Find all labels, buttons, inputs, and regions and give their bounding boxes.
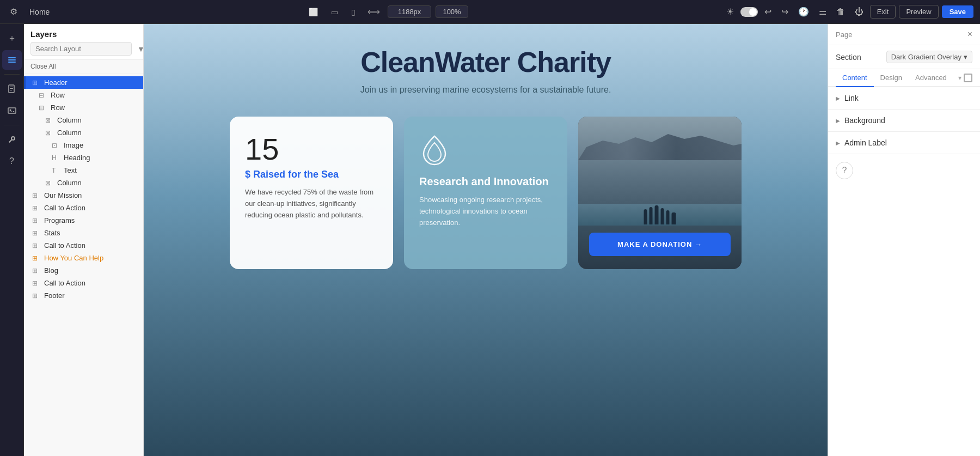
layer-item-row2[interactable]: ⊟ Row xyxy=(24,101,143,114)
card-text: We have recycled 75% of the waste from o… xyxy=(245,187,378,221)
photo-card[interactable]: MAKE A DONATION → xyxy=(578,117,742,269)
arrow-icon2: ▶ xyxy=(836,118,840,124)
layer-item-our-mission[interactable]: ⊞ Our Mission xyxy=(24,189,143,202)
add-element-btn[interactable]: ＋ xyxy=(2,28,22,48)
stats-card[interactable]: 15 $ Raised for the Sea We have recycled… xyxy=(230,117,393,269)
settings-icon[interactable]: ⚙ xyxy=(7,4,21,19)
search-row: ▼ xyxy=(30,42,137,56)
section-value[interactable]: Dark Gradient Overlay ▾ xyxy=(886,51,972,63)
tab-advanced[interactable]: Advanced xyxy=(909,69,953,87)
sidebar-divider xyxy=(4,74,20,75)
save-button[interactable]: Save xyxy=(942,5,973,18)
icon-sidebar: ＋ ? xyxy=(0,24,24,456)
media-btn[interactable] xyxy=(2,101,22,120)
theme-toggle[interactable] xyxy=(740,7,758,17)
layer-item-how-you-help[interactable]: ⊞ How You Can Help xyxy=(24,252,143,264)
layer-item-heading[interactable]: H Heading xyxy=(24,151,143,164)
zoom-input[interactable] xyxy=(436,5,468,18)
main-layout: ＋ ? Layers ▼ Close All ⊞ xyxy=(0,24,980,456)
close-panel-button[interactable]: × xyxy=(967,29,972,39)
layer-item-image[interactable]: ⊡ Image xyxy=(24,139,143,151)
redo-icon[interactable]: ↪ xyxy=(778,4,792,19)
topbar-title: Home xyxy=(29,8,50,16)
layer-item-blog[interactable]: ⊞ Blog xyxy=(24,264,143,277)
mobile-device-btn[interactable]: ▯ xyxy=(347,5,360,19)
width-icon[interactable]: ⟺ xyxy=(364,4,383,19)
close-all-btn[interactable]: Close All xyxy=(24,59,143,74)
tools-btn[interactable] xyxy=(2,130,22,149)
layer-item-text[interactable]: T Text xyxy=(24,164,143,177)
layers-btn[interactable] xyxy=(2,50,22,70)
tab-square-icon xyxy=(964,74,972,82)
donate-button[interactable]: MAKE A DONATION → xyxy=(589,233,731,256)
background-section-header[interactable]: ▶ Background xyxy=(828,110,980,131)
hero-subtitle: Join us in preserving marine ecosystems … xyxy=(252,85,720,95)
trash-icon[interactable]: 🗑 xyxy=(833,5,848,19)
preview-button[interactable]: Preview xyxy=(899,5,938,19)
help-button[interactable]: ? xyxy=(836,162,853,179)
section-icon9: ⊞ xyxy=(32,279,41,287)
background-section: ▶ Background xyxy=(828,110,980,132)
canvas-area[interactable]: CleanWater Charity Join us in preserving… xyxy=(144,24,828,456)
layer-item-footer[interactable]: ⊞ Footer xyxy=(24,289,143,302)
page-label: Page xyxy=(836,31,852,39)
power-icon[interactable]: ⏻ xyxy=(852,5,867,19)
admin-label: Admin Label xyxy=(844,138,887,147)
sun-icon[interactable]: ☀ xyxy=(723,4,737,19)
tablet-device-btn[interactable]: ▭ xyxy=(327,5,342,19)
section-icon10: ⊞ xyxy=(32,292,41,300)
settings2-icon[interactable]: ⚌ xyxy=(816,4,830,19)
tab-design[interactable]: Design xyxy=(874,69,909,87)
row-icon: ⊟ xyxy=(39,92,47,99)
section-icon5: ⊞ xyxy=(32,229,41,237)
undo-icon[interactable]: ↩ xyxy=(761,4,775,19)
arrow-icon3: ▶ xyxy=(836,140,840,146)
column-icon3: ⊠ xyxy=(45,179,54,187)
chevron-down-icon: ▾ xyxy=(964,53,967,61)
cards-row: 15 $ Raised for the Sea We have recycled… xyxy=(219,117,752,269)
hero-content: CleanWater Charity Join us in preserving… xyxy=(241,46,731,117)
layers-header: Layers ▼ xyxy=(24,24,143,59)
tab-more: ▾ xyxy=(958,69,972,86)
section-label: Section xyxy=(836,53,861,62)
help-btn[interactable]: ? xyxy=(2,151,22,171)
layer-item-stats[interactable]: ⊞ Stats xyxy=(24,227,143,239)
layer-item-cta1[interactable]: ⊞ Call to Action xyxy=(24,202,143,214)
history-icon[interactable]: 🕐 xyxy=(795,4,812,19)
layer-item-cta3[interactable]: ⊞ Call to Action xyxy=(24,277,143,289)
topbar-right: ☀ ↩ ↪ 🕐 ⚌ 🗑 ⏻ Exit Preview Save xyxy=(723,4,973,19)
svg-rect-1 xyxy=(8,59,16,60)
research-card[interactable]: Research and Innovation Showcasing ongoi… xyxy=(404,117,567,269)
right-panel-header: Page × xyxy=(828,24,980,45)
layer-item-header[interactable]: ⊞ Header xyxy=(24,76,143,89)
section-icon7: ⊞ xyxy=(32,254,41,262)
topbar-center: ⬜ ▭ ▯ ⟺ xyxy=(304,4,468,19)
pages-btn[interactable] xyxy=(2,79,22,99)
layer-item-cta2[interactable]: ⊞ Call to Action xyxy=(24,239,143,252)
width-input[interactable] xyxy=(388,5,431,18)
card-number: 15 xyxy=(245,134,378,165)
svg-rect-4 xyxy=(10,87,13,87)
layers-list: ⊞ Header ⊟ Row ⊟ Row ⊠ Column ⊠ Column xyxy=(24,74,143,456)
section-icon6: ⊞ xyxy=(32,242,41,250)
tab-content[interactable]: Content xyxy=(836,69,874,87)
photo-inner: MAKE A DONATION → xyxy=(578,117,742,269)
arrow-icon: ▶ xyxy=(836,95,840,101)
desktop-device-btn[interactable]: ⬜ xyxy=(304,5,322,19)
layer-item-col2[interactable]: ⊠ Column xyxy=(24,126,143,139)
svg-rect-0 xyxy=(8,57,16,58)
layer-item-col3[interactable]: ⊠ Column xyxy=(24,177,143,189)
layer-item-programs[interactable]: ⊞ Programs xyxy=(24,214,143,227)
admin-label-section-header[interactable]: ▶ Admin Label xyxy=(828,132,980,154)
topbar: ⚙ Home ⬜ ▭ ▯ ⟺ ☀ ↩ ↪ 🕐 ⚌ 🗑 ⏻ Exit Previe… xyxy=(0,0,980,24)
exit-button[interactable]: Exit xyxy=(870,5,896,19)
hero-title: CleanWater Charity xyxy=(252,46,720,78)
link-section-header[interactable]: ▶ Link xyxy=(828,87,980,109)
section-icon4: ⊞ xyxy=(32,217,41,224)
layer-item-row1[interactable]: ⊟ Row xyxy=(24,89,143,101)
search-layout-input[interactable] xyxy=(30,42,132,56)
link-section: ▶ Link xyxy=(828,87,980,110)
layer-item-col1[interactable]: ⊠ Column xyxy=(24,114,143,126)
right-tabs: Content Design Advanced ▾ xyxy=(828,69,980,87)
background-label: Background xyxy=(844,116,885,125)
